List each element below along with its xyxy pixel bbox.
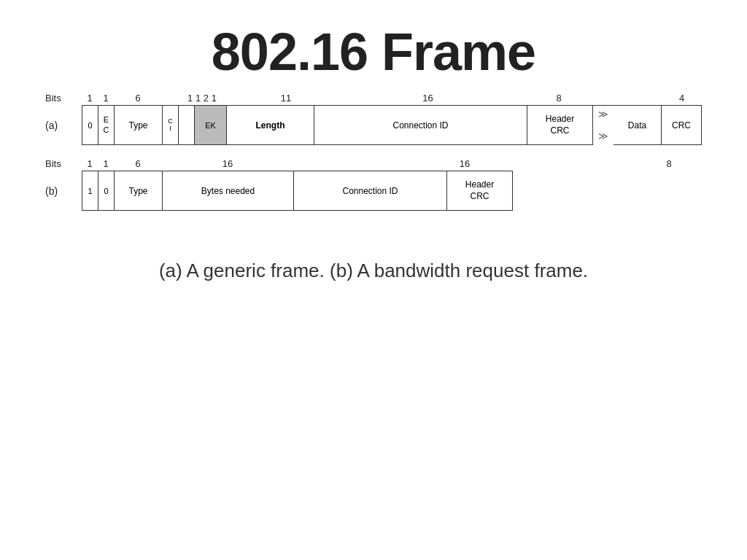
cell-a-0: 0 — [82, 106, 98, 145]
cell-a-type: Type — [115, 106, 163, 145]
frame-b: Bits 1 1 6 16 16 8 (b) 1 0 Type Bytes ne… — [45, 158, 702, 211]
bit-2b: 1 — [98, 158, 114, 169]
cell-a-ci: CI — [163, 106, 179, 145]
bit-2a: 1 — [98, 93, 114, 104]
bit-1b: 1 — [82, 158, 98, 169]
frame-b-row: (b) 1 0 Type Bytes needed Connection ID … — [45, 171, 702, 211]
bit-4a: 4 — [662, 93, 702, 104]
cell-b-bytes: Bytes needed — [163, 171, 294, 211]
diagram-area: Bits 1 1 6 1 1 2 1 11 16 8 4 (a) — [45, 93, 702, 219]
bit-11a: 11 — [242, 93, 330, 104]
cell-a-ec: EC — [98, 106, 115, 145]
bit-6a: 6 — [114, 93, 162, 104]
page-title: 802.16 Frame — [212, 22, 535, 82]
cell-b-type: Type — [115, 171, 163, 211]
page-container: 802.16 Frame Bits 1 1 6 1 1 2 1 11 16 8 … — [0, 0, 747, 560]
cell-a-length: Length — [227, 106, 314, 145]
cell-b-0: 0 — [98, 171, 115, 211]
bit-8b: 8 — [636, 158, 702, 169]
frame-a-bits-row: Bits 1 1 6 1 1 2 1 11 16 8 4 — [45, 93, 702, 104]
bit-1a: 1 — [82, 93, 98, 104]
frame-b-label: (b) — [45, 185, 82, 197]
bit-8a: 8 — [526, 93, 592, 104]
bits-label-b: Bits — [45, 158, 82, 169]
cell-a-crc: CRC — [662, 106, 702, 145]
cell-a-eks — [179, 106, 195, 145]
bit-16b: 16 — [162, 158, 293, 169]
bit-16a: 16 — [330, 93, 526, 104]
frame-a-row: (a) 0 EC Type CI EK Length Connection ID… — [45, 105, 702, 145]
frame-b-cells: 1 0 Type Bytes needed Connection ID Head… — [82, 171, 513, 211]
bit-6b: 6 — [114, 158, 162, 169]
zigzag-a: ≫ ≫ — [593, 106, 614, 145]
frame-a-label: (a) — [45, 120, 82, 131]
frame-b-bits-row: Bits 1 1 6 16 16 8 — [45, 158, 702, 169]
cell-a-connid: Connection ID — [314, 106, 527, 145]
cell-b-hcrc: HeaderCRC — [447, 171, 513, 211]
bit-multi-a: 1 1 2 1 — [162, 93, 242, 104]
cell-a-data: Data — [614, 106, 662, 145]
cell-a-ek: EK — [195, 106, 227, 145]
bits-label-a: Bits — [45, 93, 82, 104]
bit-16c: 16 — [293, 158, 636, 169]
cell-b-connid: Connection ID — [294, 171, 447, 211]
cell-b-1: 1 — [82, 171, 98, 211]
frame-a: Bits 1 1 6 1 1 2 1 11 16 8 4 (a) — [45, 93, 702, 145]
caption: (a) A generic frame. (b) A bandwidth req… — [159, 260, 588, 282]
cell-a-hcrc: HeaderCRC — [527, 106, 593, 145]
